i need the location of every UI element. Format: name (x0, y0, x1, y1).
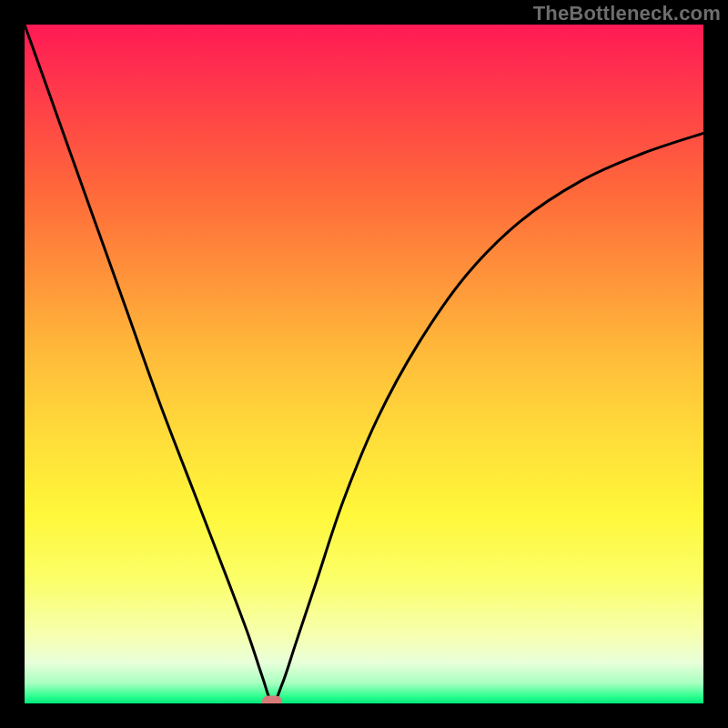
chart-curve-svg (25, 25, 703, 703)
watermark-text: TheBottleneck.com (533, 2, 721, 25)
chart-minimum-marker (262, 695, 282, 703)
bottleneck-curve (25, 25, 703, 703)
chart-frame (25, 25, 703, 703)
